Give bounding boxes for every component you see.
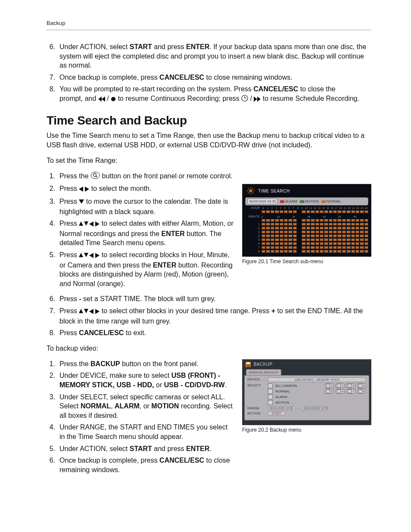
text-bold: CANCEL/ESC xyxy=(79,329,124,336)
list-item: 8. You will be prompted to re-start reco… xyxy=(47,84,371,104)
list-number: 6. xyxy=(47,294,55,304)
text: Press xyxy=(59,251,79,258)
text-bold: USB - CD/DVD-RW xyxy=(164,381,225,389)
list-item: 6. Under ACTION, select START and press … xyxy=(47,42,371,70)
text-bold: MOTION xyxy=(151,402,179,410)
range-label: RANGE xyxy=(247,406,265,410)
camera-badge: 7 xyxy=(346,389,355,394)
select-normal: NORMAL xyxy=(275,389,290,393)
svg-marker-14 xyxy=(79,221,83,226)
list-item: 4. Press to select dates with either Ala… xyxy=(47,219,234,248)
svg-marker-13 xyxy=(79,199,84,204)
text: Press the xyxy=(59,172,90,180)
svg-line-28 xyxy=(252,193,254,194)
save-icon xyxy=(245,361,251,367)
svg-marker-12 xyxy=(85,187,89,192)
list-item: 5. Press to select recording blocks in H… xyxy=(47,250,234,288)
select-label: SELECT xyxy=(247,383,265,387)
text: / xyxy=(250,95,254,102)
list-number: 4. xyxy=(47,423,55,441)
device-value: USB (FRONT) - MEMORY STICK xyxy=(268,377,366,382)
device-label: DEVICE xyxy=(247,377,265,381)
camera-badge: 4 xyxy=(357,383,366,388)
action-label: ACTION xyxy=(247,411,265,415)
figure-time-search: TIME SEARCH 06/09/2009 08:35 ALARM MOTIO… xyxy=(242,184,371,264)
text: You will be prompted to re-start recordi… xyxy=(59,85,253,93)
minute-label: MINUTE xyxy=(245,215,261,218)
list-item: 3. Press to move the cursor to the calen… xyxy=(47,197,234,216)
camera-badge: 1 xyxy=(325,383,334,388)
legend-alarm: ALARM xyxy=(280,199,297,203)
figure-caption: Figure 20.1 Time Search sub-menu xyxy=(242,258,371,264)
running-header: Backup xyxy=(47,20,371,26)
range-list-tail: 6. Press - set a START TIME. The block w… xyxy=(47,294,371,337)
fast-forward-icon xyxy=(254,95,261,104)
list-item: 7. Press to select other blocks in your … xyxy=(47,306,371,326)
figure-backup: BACKUP MANUAL BACKUP DEVICE USB (FRONT) … xyxy=(242,359,371,433)
text: Under ACTION, select xyxy=(59,43,130,50)
select-all-camera: ALL CAMERA xyxy=(275,384,297,388)
checkbox-icon xyxy=(268,389,273,394)
text-bold: ENTER xyxy=(153,261,176,269)
text: Under ACTION, select xyxy=(59,445,130,452)
select-motion: MOTION xyxy=(275,401,289,404)
svg-marker-32 xyxy=(84,309,88,313)
text-bold: CANCEL/ESC xyxy=(159,74,204,81)
hour-label: HOUR xyxy=(245,206,261,209)
text: button on the front panel. xyxy=(120,360,198,367)
svg-marker-15 xyxy=(84,221,88,226)
text: Once backup is complete, press xyxy=(59,74,159,81)
camera-badge: 3 xyxy=(346,383,355,388)
legend-normal: NORMAL xyxy=(321,199,341,203)
text: and press xyxy=(152,445,186,452)
clock-icon xyxy=(241,95,248,104)
list-item: 7. Once backup is complete, press CANCEL… xyxy=(47,73,371,82)
figure-caption: Figure 20.2 Backup menu xyxy=(242,427,371,433)
text: to close remaining windows. xyxy=(204,74,293,81)
figure-date: 06/09/2009 08:35 xyxy=(247,199,277,204)
set-range-label: To set the Time Range: xyxy=(47,156,371,165)
list-item: 3.Under SELECT, select specific cameras … xyxy=(47,392,234,420)
text: to select the month. xyxy=(91,185,152,192)
text-bold: START xyxy=(130,43,152,50)
list-number: 5. xyxy=(47,250,55,288)
svg-marker-34 xyxy=(95,309,100,314)
list-item: 6. Press - set a START TIME. The block w… xyxy=(47,294,371,304)
down-arrow-icon xyxy=(79,198,84,207)
text: to resume Schedule Recording. xyxy=(263,95,359,102)
camera-badge: 8 xyxy=(357,389,366,394)
section-title: Time Search and Backup xyxy=(47,114,371,128)
range-start: 06/01/2009 10:00 xyxy=(268,406,295,410)
text-bold: ENTER xyxy=(162,230,185,237)
text: and press xyxy=(152,43,186,50)
start-button: START xyxy=(268,411,285,415)
four-way-arrows-icon xyxy=(79,251,100,261)
svg-point-2 xyxy=(111,97,115,101)
camera-badge: 2 xyxy=(336,383,345,388)
list-number: 8. xyxy=(47,328,55,338)
text: Once backup is complete, press xyxy=(59,457,159,464)
text: Press xyxy=(59,307,79,314)
text-bold: + xyxy=(271,307,275,314)
list-item: 4.Under RANGE, the START and END TIMES y… xyxy=(47,423,234,441)
list-item: 8. Press CANCEL/ESC to exit. xyxy=(47,328,371,338)
four-way-arrows-icon xyxy=(79,307,100,317)
text: set a START TIME. The block will turn gr… xyxy=(81,295,216,302)
legend-motion: MOTION xyxy=(300,199,319,203)
text: , xyxy=(111,402,115,410)
list-item: 2. Press to select the month. xyxy=(47,184,234,194)
backup-tab: MANUAL BACKUP xyxy=(246,369,281,375)
svg-line-29 xyxy=(248,193,249,194)
checkbox-icon xyxy=(268,383,273,388)
text: Press xyxy=(59,220,79,227)
list-item: 1. Press the button on the front panel o… xyxy=(47,171,371,182)
list-number: 1. xyxy=(47,359,55,369)
list-number: 2. xyxy=(47,184,55,194)
svg-marker-19 xyxy=(84,253,88,257)
text-bold: BACKUP xyxy=(90,360,120,367)
text-bold: ENTER xyxy=(186,43,209,50)
svg-rect-37 xyxy=(246,365,250,367)
text: Under RANGE, the START and END TIMES you… xyxy=(59,423,234,441)
text-bold: CANCEL/ESC xyxy=(253,85,298,93)
text-bold: NORMAL xyxy=(81,402,111,410)
